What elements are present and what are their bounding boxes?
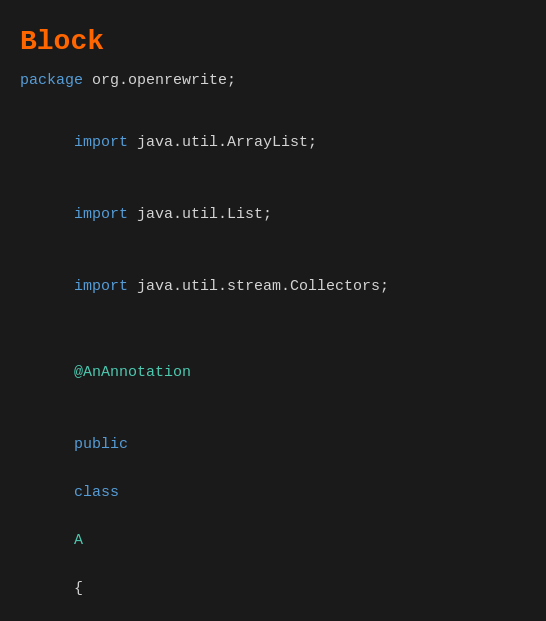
import-2: import java.util.List; xyxy=(20,179,526,251)
import-keyword-3: import xyxy=(74,278,128,295)
class-decl-line: public class A { xyxy=(20,409,526,621)
import-value-3: java.util.stream.Collectors; xyxy=(128,278,389,295)
class-annotation-line: @AnAnnotation xyxy=(20,337,526,409)
import-value-2: java.util.List; xyxy=(128,206,272,223)
package-value: org.openrewrite; xyxy=(83,72,236,89)
import-section: import java.util.ArrayList; import java.… xyxy=(20,107,526,323)
page-container: Block package org.openrewrite; import ja… xyxy=(20,20,526,621)
package-keyword: package xyxy=(20,72,83,89)
class-open-brace: { xyxy=(74,580,83,597)
import-value-1: java.util.ArrayList; xyxy=(128,134,317,151)
annotation-section: @AnAnnotation public class A { xyxy=(20,337,526,621)
class-annotation: @AnAnnotation xyxy=(74,364,191,381)
class-keyword: class xyxy=(74,484,119,501)
import-keyword-2: import xyxy=(74,206,128,223)
import-keyword-1: import xyxy=(74,134,128,151)
package-line: package org.openrewrite; xyxy=(20,69,526,93)
import-3: import java.util.stream.Collectors; xyxy=(20,251,526,323)
public-keyword: public xyxy=(74,436,128,453)
import-1: import java.util.ArrayList; xyxy=(20,107,526,179)
class-name: A xyxy=(74,532,83,549)
title: Block xyxy=(20,20,526,65)
